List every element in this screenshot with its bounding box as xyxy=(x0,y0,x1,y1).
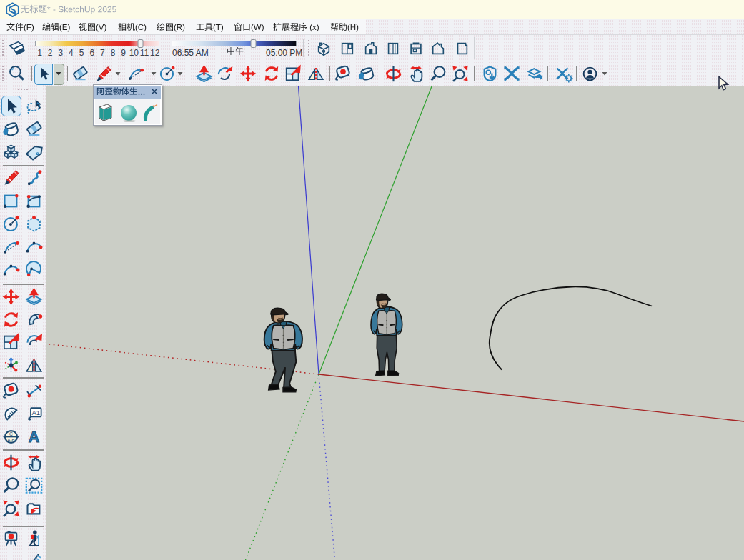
svg-text:A: A xyxy=(28,429,39,446)
svg-text:12: 12 xyxy=(150,48,160,58)
svg-text:2: 2 xyxy=(48,48,53,58)
svg-text:5: 5 xyxy=(79,48,84,58)
svg-text:6: 6 xyxy=(89,48,94,58)
svg-text:C: C xyxy=(9,431,13,436)
svg-text:8: 8 xyxy=(111,48,116,58)
svg-text:9: 9 xyxy=(121,48,126,58)
svg-text:1: 1 xyxy=(37,48,42,58)
svg-text:4: 4 xyxy=(69,48,74,58)
svg-text:A1: A1 xyxy=(31,408,40,416)
svg-text:11: 11 xyxy=(140,48,149,58)
svg-text:A-B: A-B xyxy=(7,437,14,442)
svg-text:7: 7 xyxy=(100,48,105,58)
svg-text:10: 10 xyxy=(129,48,139,58)
svg-text:3: 3 xyxy=(58,48,63,58)
